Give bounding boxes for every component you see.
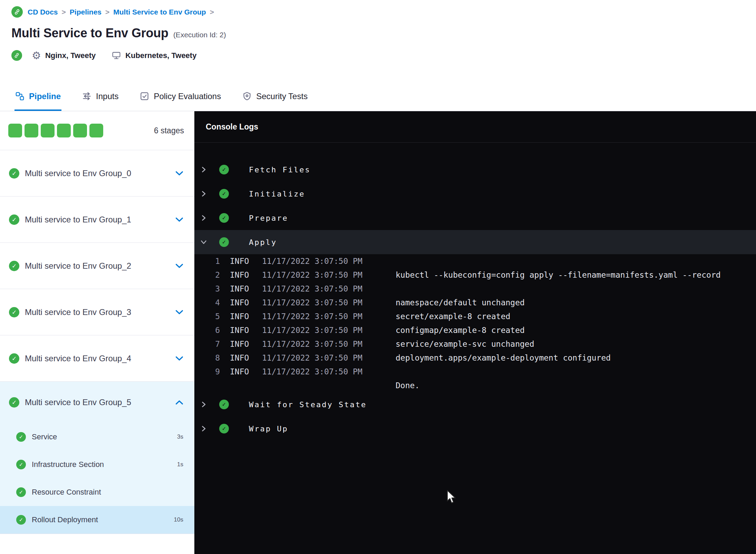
log-message: namespace/default unchanged <box>396 298 525 307</box>
pipeline-link-icon <box>11 6 23 18</box>
log-row: 4 INFO 11/17/2022 3:07:50 PM namespace/d… <box>194 296 756 309</box>
execution-id: (Execution Id: 2) <box>173 31 226 39</box>
tab-label: Policy Evaluations <box>154 92 221 101</box>
console-step-wrap-up[interactable]: ✓ Wrap Up <box>194 417 756 441</box>
shield-icon <box>242 92 252 101</box>
log-timestamp: 11/17/2022 3:07:50 PM <box>262 298 362 307</box>
console-step-label: Wrap Up <box>249 424 288 433</box>
stage-row-2[interactable]: ✓ Multi service to Env Group_2 <box>0 243 194 289</box>
chevron-down-icon[interactable] <box>175 217 183 222</box>
step-duration: 3s <box>177 433 183 440</box>
breadcrumb-separator: > <box>210 8 214 16</box>
progress-segment <box>8 124 22 137</box>
console-step-prepare[interactable]: ✓ Prepare <box>194 206 756 230</box>
page-header: CD Docs > Pipelines > Multi Service to E… <box>0 0 756 111</box>
console-step-fetch-files[interactable]: ✓ Fetch Files <box>194 157 756 182</box>
console-steps: ✓ Fetch Files ✓ Initialize ✓ Prepare ✓ A… <box>194 157 756 441</box>
chevron-down-icon[interactable] <box>175 264 183 268</box>
cd-module-icon <box>11 50 22 61</box>
log-level: INFO <box>230 270 249 279</box>
stage-row-0[interactable]: ✓ Multi service to Env Group_0 <box>0 150 194 197</box>
chevron-down-icon[interactable] <box>175 356 183 361</box>
content: 6 stages ✓ Multi service to Env Group_0 … <box>0 111 756 554</box>
step-row-resource-constraint[interactable]: ✓ Resource Constraint <box>0 478 194 506</box>
console-logs-title: Console Logs <box>194 111 756 143</box>
breadcrumb-link-cd-docs[interactable]: CD Docs <box>28 8 58 16</box>
success-check-icon: ✓ <box>16 432 26 442</box>
tab-label: Pipeline <box>29 92 61 101</box>
console-step-wait-for-steady-state[interactable]: ✓ Wait for Steady State <box>194 392 756 417</box>
stage-label: Multi service to Env Group_2 <box>25 261 131 271</box>
chevron-expanded-icon[interactable] <box>201 239 207 246</box>
console-step-apply[interactable]: ✓ Apply <box>194 230 756 254</box>
stage-progress-bar <box>8 124 103 137</box>
policy-check-icon <box>140 92 149 101</box>
log-timestamp: 11/17/2022 3:07:50 PM <box>262 353 362 362</box>
success-check-icon: ✓ <box>219 189 229 199</box>
step-label: Service <box>32 432 57 441</box>
stage-label: Multi service to Env Group_0 <box>25 169 131 178</box>
success-check-icon: ✓ <box>219 213 229 223</box>
tab-security-tests[interactable]: Security Tests <box>242 83 308 111</box>
step-label: Resource Constraint <box>32 488 101 497</box>
log-line-number: 1 <box>194 257 220 266</box>
step-row-service[interactable]: ✓ Service 3s <box>0 423 194 451</box>
log-row: 6 INFO 11/17/2022 3:07:50 PM configmap/e… <box>194 323 756 337</box>
breadcrumb-link-pipelines[interactable]: Pipelines <box>70 8 101 16</box>
chevron-down-icon[interactable] <box>175 310 183 315</box>
chevron-right-icon[interactable] <box>201 166 207 173</box>
chevron-right-icon[interactable] <box>201 214 207 221</box>
log-row: 1 INFO 11/17/2022 3:07:50 PM <box>194 254 756 268</box>
stages-count: 6 stages <box>154 126 184 135</box>
stage-5-expanded-section: ✓ Multi service to Env Group_5 ✓ Service… <box>0 382 194 534</box>
tab-inputs[interactable]: Inputs <box>81 83 119 111</box>
progress-segment <box>41 124 55 137</box>
log-row: 3 INFO 11/17/2022 3:07:50 PM <box>194 282 756 296</box>
success-check-icon: ✓ <box>16 487 26 497</box>
step-row-infrastructure-section[interactable]: ✓ Infrastructure Section 1s <box>0 451 194 478</box>
breadcrumb-link-pipeline-name[interactable]: Multi Service to Env Group <box>113 8 206 16</box>
success-check-icon: ✓ <box>16 515 26 525</box>
stage-row-4[interactable]: ✓ Multi service to Env Group_4 <box>0 335 194 382</box>
breadcrumb-row: CD Docs > Pipelines > Multi Service to E… <box>0 0 756 18</box>
chevron-right-icon[interactable] <box>201 401 207 408</box>
tab-label: Security Tests <box>256 92 308 101</box>
stage-label: Multi service to Env Group_5 <box>25 398 131 407</box>
log-line-number: 7 <box>194 340 220 348</box>
log-timestamp: 11/17/2022 3:07:50 PM <box>262 340 362 348</box>
page-title: Multi Service to Env Group <box>11 26 168 40</box>
log-message: deployment.apps/example-deployment confi… <box>396 353 611 362</box>
log-timestamp: 11/17/2022 3:07:50 PM <box>262 367 362 376</box>
log-line-number: 3 <box>194 284 220 293</box>
log-timestamp: 11/17/2022 3:07:50 PM <box>262 270 362 279</box>
environments-icon <box>112 51 121 60</box>
chevron-up-icon[interactable] <box>175 400 183 405</box>
log-level: INFO <box>230 312 249 321</box>
chevron-down-icon[interactable] <box>175 171 183 176</box>
stage-label: Multi service to Env Group_1 <box>25 215 131 225</box>
log-line-number: 5 <box>194 312 220 321</box>
stages-sidebar: 6 stages ✓ Multi service to Env Group_0 … <box>0 111 194 554</box>
inputs-icon <box>82 92 91 101</box>
stage-row-3[interactable]: ✓ Multi service to Env Group_3 <box>0 289 194 335</box>
console-step-initialize[interactable]: ✓ Initialize <box>194 182 756 206</box>
tab-policy-evaluations[interactable]: Policy Evaluations <box>139 83 222 111</box>
log-line-number: 9 <box>194 367 220 376</box>
chevron-right-icon[interactable] <box>201 425 207 432</box>
log-row: 5 INFO 11/17/2022 3:07:50 PM secret/exam… <box>194 309 756 323</box>
log-level: INFO <box>230 326 249 335</box>
step-row-rollout-deployment[interactable]: ✓ Rollout Deployment 10s <box>0 506 194 534</box>
success-check-icon: ✓ <box>9 168 19 179</box>
console-step-label: Fetch Files <box>249 165 311 174</box>
stage-row-1[interactable]: ✓ Multi service to Env Group_1 <box>0 197 194 243</box>
success-check-icon: ✓ <box>16 460 26 469</box>
log-level: INFO <box>230 257 249 266</box>
console-panel: Console Logs ✓ Fetch Files ✓ Initialize … <box>194 111 756 554</box>
log-timestamp: 11/17/2022 3:07:50 PM <box>262 284 362 293</box>
chevron-right-icon[interactable] <box>201 190 207 197</box>
success-check-icon: ✓ <box>219 237 229 247</box>
progress-segment <box>57 124 71 137</box>
log-message: Done. <box>396 381 419 390</box>
tab-pipeline[interactable]: Pipeline <box>14 83 61 111</box>
stage-row-5[interactable]: ✓ Multi service to Env Group_5 <box>0 382 194 423</box>
